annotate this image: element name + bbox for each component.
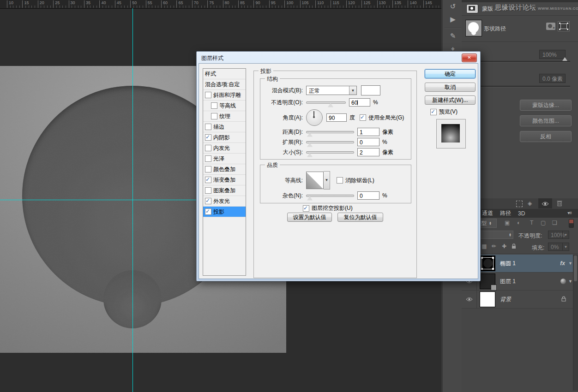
checkbox[interactable] bbox=[205, 134, 211, 141]
delete-mask-trash-icon[interactable] bbox=[557, 200, 562, 208]
style-item-color-overlay[interactable]: 颜色叠加 bbox=[203, 164, 246, 175]
antialias-checkbox[interactable]: 消除锯齿(L) bbox=[337, 177, 374, 184]
cancel-button[interactable]: 取消 bbox=[425, 83, 476, 92]
mask-edge-button[interactable]: 蒙版边缘... bbox=[520, 100, 572, 111]
vector-mask-icon[interactable] bbox=[558, 21, 570, 31]
top-ruler[interactable]: 1015202530354045505560657075808590951001… bbox=[0, 0, 441, 9]
filter-smart-object-icon[interactable]: ❏ bbox=[552, 220, 557, 226]
checkbox[interactable] bbox=[205, 145, 211, 151]
invert-button[interactable]: 反相 bbox=[520, 131, 572, 142]
effects-sphere-icon[interactable] bbox=[560, 279, 566, 284]
checkbox[interactable] bbox=[205, 198, 211, 204]
color-range-button[interactable]: 颜色范围... bbox=[520, 115, 572, 126]
checkbox[interactable] bbox=[211, 113, 217, 119]
style-item-blending-options[interactable]: 混合选项:自定 bbox=[203, 79, 246, 90]
distance-slider[interactable] bbox=[306, 131, 354, 133]
noise-slider[interactable] bbox=[306, 195, 354, 197]
preview-checkbox[interactable]: 预览(V) bbox=[430, 108, 476, 116]
filter-toggle-switch[interactable] bbox=[569, 219, 574, 228]
checkbox[interactable] bbox=[205, 187, 211, 194]
shape-path-row[interactable]: 形状路径 + bbox=[462, 16, 578, 42]
masks-panel-header[interactable]: 蒙版 bbox=[462, 2, 578, 16]
collapse-effects-icon[interactable]: ▼ bbox=[568, 279, 572, 284]
style-item-gradient-overlay[interactable]: 渐变叠加 bbox=[203, 175, 246, 185]
make-default-button[interactable]: 设置为默认值 bbox=[287, 213, 332, 222]
apply-mask-icon[interactable]: ◈ bbox=[528, 200, 532, 207]
layer-name[interactable]: 椭圆 1 bbox=[500, 260, 516, 267]
spread-input[interactable]: 0 bbox=[357, 138, 379, 146]
contour-thumbnail[interactable] bbox=[306, 172, 324, 189]
tab-paths[interactable]: 路径 bbox=[500, 209, 511, 217]
density-slider[interactable] bbox=[465, 61, 570, 62]
style-item-stroke[interactable]: 描边 bbox=[203, 122, 246, 132]
style-item-inner-glow[interactable]: 内发光 bbox=[203, 143, 246, 154]
layer-name[interactable]: 图层 1 bbox=[500, 278, 516, 285]
style-item-satin[interactable]: 光泽 bbox=[203, 154, 246, 164]
collapse-effects-icon[interactable]: ▼ bbox=[568, 261, 572, 266]
filter-adjustment-layers-icon[interactable]: ◐ bbox=[517, 220, 520, 226]
style-item-pattern-overlay[interactable]: 图案叠加 bbox=[203, 185, 246, 196]
checkbox[interactable] bbox=[205, 177, 211, 183]
layer-thumbnail[interactable] bbox=[480, 255, 495, 271]
layer-row-background[interactable]: 背景 bbox=[462, 291, 578, 309]
lock-position-icon[interactable]: ✚ bbox=[502, 243, 506, 249]
history-panel-icon[interactable]: ↺ bbox=[443, 0, 463, 13]
lock-all-icon[interactable] bbox=[512, 244, 516, 250]
panel-menu-icon[interactable]: ▾≡ bbox=[567, 210, 572, 215]
blend-mode-combo[interactable]: 正常▼ bbox=[306, 86, 357, 95]
load-selection-icon[interactable] bbox=[516, 201, 523, 207]
opacity-slider[interactable] bbox=[306, 101, 346, 104]
layer-thumbnail[interactable] bbox=[480, 273, 495, 289]
feather-value[interactable]: 0.0 像素 bbox=[539, 74, 566, 83]
checkbox[interactable] bbox=[205, 208, 211, 215]
fx-badge[interactable]: fx bbox=[560, 260, 565, 267]
size-slider[interactable] bbox=[306, 151, 354, 154]
opacity-slider-thumb[interactable] bbox=[328, 103, 333, 107]
contour-dropdown-icon[interactable]: ▼ bbox=[324, 171, 330, 190]
visibility-eye-icon[interactable] bbox=[462, 291, 477, 308]
fill-value[interactable]: 0%▼ bbox=[548, 243, 569, 251]
checkbox[interactable] bbox=[211, 102, 217, 109]
style-item-styles[interactable]: 样式 bbox=[203, 69, 246, 79]
use-global-light-checkbox[interactable]: 使用全局光(G) bbox=[360, 114, 404, 122]
reset-default-button[interactable]: 复位为默认值 bbox=[337, 213, 383, 222]
angle-dial[interactable] bbox=[306, 109, 323, 126]
mask-visibility-eye-icon[interactable] bbox=[542, 201, 549, 208]
tab-3d[interactable]: 3D bbox=[518, 210, 525, 217]
angle-input[interactable]: 90 bbox=[326, 113, 347, 122]
knockout-checkbox[interactable]: 图层挖空投影(U) bbox=[303, 204, 353, 212]
dialog-close-icon[interactable]: ✕ bbox=[462, 53, 477, 62]
style-item-outer-glow[interactable]: 外发光 bbox=[203, 196, 246, 207]
filter-type-layers-icon[interactable]: T bbox=[530, 220, 533, 226]
layer-thumbnail[interactable] bbox=[480, 291, 495, 307]
spread-slider[interactable] bbox=[306, 141, 354, 143]
new-style-button[interactable]: 新建样式(W)... bbox=[425, 95, 476, 105]
shadow-color-swatch[interactable] bbox=[361, 85, 380, 95]
layer-name[interactable]: 背景 bbox=[500, 296, 511, 303]
background-lock-icon[interactable] bbox=[561, 296, 566, 303]
checkbox[interactable] bbox=[205, 124, 211, 130]
style-item-inner-shadow[interactable]: 内阴影 bbox=[203, 132, 246, 143]
size-slider-thumb[interactable] bbox=[307, 153, 313, 157]
layers-scrollbar[interactable] bbox=[573, 255, 578, 391]
noise-input[interactable]: 0 bbox=[357, 191, 379, 200]
spread-slider-thumb[interactable] bbox=[307, 143, 313, 147]
checkbox[interactable] bbox=[205, 166, 211, 172]
style-item-drop-shadow[interactable]: 投影 bbox=[203, 207, 246, 217]
actions-panel-icon[interactable]: ▶ bbox=[443, 13, 463, 26]
style-item-bevel-emboss[interactable]: 斜面和浮雕 bbox=[203, 90, 246, 101]
style-item-contour[interactable]: 等高线 bbox=[203, 101, 246, 111]
brush-presets-panel-icon[interactable]: ✎ bbox=[443, 30, 463, 42]
filter-shape-layers-icon[interactable]: ▢ bbox=[541, 220, 546, 226]
checkbox[interactable] bbox=[205, 155, 211, 162]
lock-transparent-pixels-icon[interactable]: ▦ bbox=[482, 243, 487, 249]
shape-path-thumbnail[interactable] bbox=[465, 20, 482, 36]
vertical-guide[interactable] bbox=[132, 8, 133, 392]
layer-opacity-value[interactable]: 100%▼ bbox=[548, 231, 569, 239]
size-input[interactable]: 2 bbox=[357, 148, 379, 156]
filter-pixel-layers-icon[interactable]: ▣ bbox=[505, 220, 510, 226]
ok-button[interactable]: 确定 bbox=[425, 69, 476, 78]
lock-image-pixels-icon[interactable]: ✏ bbox=[492, 243, 496, 249]
distance-slider-thumb[interactable] bbox=[307, 133, 313, 137]
density-value[interactable]: 100% bbox=[539, 50, 566, 59]
